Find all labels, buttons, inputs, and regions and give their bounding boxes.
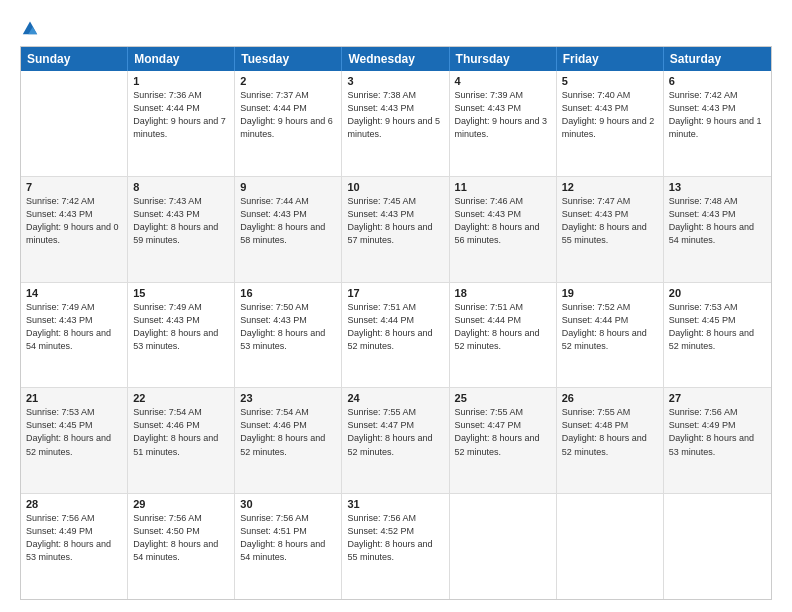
cell-info: Daylight: 8 hours and 54 minutes. xyxy=(669,221,766,247)
calendar-cell: 21Sunrise: 7:53 AMSunset: 4:45 PMDayligh… xyxy=(21,388,128,493)
cell-info: Sunrise: 7:56 AM xyxy=(240,512,336,525)
cell-info: Sunset: 4:43 PM xyxy=(26,208,122,221)
cell-info: Daylight: 8 hours and 53 minutes. xyxy=(669,432,766,458)
calendar-row-2: 7Sunrise: 7:42 AMSunset: 4:43 PMDaylight… xyxy=(21,177,771,283)
cell-info: Daylight: 8 hours and 52 minutes. xyxy=(562,432,658,458)
cell-info: Sunrise: 7:51 AM xyxy=(455,301,551,314)
cell-info: Sunrise: 7:49 AM xyxy=(133,301,229,314)
header-day-tuesday: Tuesday xyxy=(235,47,342,71)
day-number: 28 xyxy=(26,498,122,510)
cell-info: Sunrise: 7:37 AM xyxy=(240,89,336,102)
calendar-cell: 18Sunrise: 7:51 AMSunset: 4:44 PMDayligh… xyxy=(450,283,557,388)
day-number: 13 xyxy=(669,181,766,193)
cell-info: Daylight: 8 hours and 53 minutes. xyxy=(240,327,336,353)
cell-info: Sunrise: 7:49 AM xyxy=(26,301,122,314)
day-number: 4 xyxy=(455,75,551,87)
day-number: 31 xyxy=(347,498,443,510)
cell-info: Sunset: 4:43 PM xyxy=(562,208,658,221)
calendar-cell: 23Sunrise: 7:54 AMSunset: 4:46 PMDayligh… xyxy=(235,388,342,493)
day-number: 16 xyxy=(240,287,336,299)
cell-info: Sunrise: 7:52 AM xyxy=(562,301,658,314)
calendar-cell: 19Sunrise: 7:52 AMSunset: 4:44 PMDayligh… xyxy=(557,283,664,388)
day-number: 26 xyxy=(562,392,658,404)
calendar-cell: 12Sunrise: 7:47 AMSunset: 4:43 PMDayligh… xyxy=(557,177,664,282)
cell-info: Daylight: 9 hours and 7 minutes. xyxy=(133,115,229,141)
calendar-cell: 7Sunrise: 7:42 AMSunset: 4:43 PMDaylight… xyxy=(21,177,128,282)
calendar-cell: 16Sunrise: 7:50 AMSunset: 4:43 PMDayligh… xyxy=(235,283,342,388)
calendar-cell: 11Sunrise: 7:46 AMSunset: 4:43 PMDayligh… xyxy=(450,177,557,282)
calendar-cell: 14Sunrise: 7:49 AMSunset: 4:43 PMDayligh… xyxy=(21,283,128,388)
calendar-cell: 28Sunrise: 7:56 AMSunset: 4:49 PMDayligh… xyxy=(21,494,128,599)
cell-info: Daylight: 8 hours and 52 minutes. xyxy=(455,432,551,458)
cell-info: Sunset: 4:45 PM xyxy=(26,419,122,432)
day-number: 23 xyxy=(240,392,336,404)
calendar-cell: 29Sunrise: 7:56 AMSunset: 4:50 PMDayligh… xyxy=(128,494,235,599)
day-number: 29 xyxy=(133,498,229,510)
cell-info: Sunset: 4:47 PM xyxy=(347,419,443,432)
calendar-cell xyxy=(664,494,771,599)
day-number: 3 xyxy=(347,75,443,87)
calendar-cell: 9Sunrise: 7:44 AMSunset: 4:43 PMDaylight… xyxy=(235,177,342,282)
cell-info: Sunrise: 7:39 AM xyxy=(455,89,551,102)
cell-info: Daylight: 8 hours and 58 minutes. xyxy=(240,221,336,247)
calendar-cell: 10Sunrise: 7:45 AMSunset: 4:43 PMDayligh… xyxy=(342,177,449,282)
calendar-cell: 5Sunrise: 7:40 AMSunset: 4:43 PMDaylight… xyxy=(557,71,664,176)
header-day-wednesday: Wednesday xyxy=(342,47,449,71)
cell-info: Daylight: 9 hours and 5 minutes. xyxy=(347,115,443,141)
cell-info: Daylight: 8 hours and 53 minutes. xyxy=(133,327,229,353)
cell-info: Daylight: 8 hours and 56 minutes. xyxy=(455,221,551,247)
calendar-cell xyxy=(557,494,664,599)
calendar-cell: 31Sunrise: 7:56 AMSunset: 4:52 PMDayligh… xyxy=(342,494,449,599)
cell-info: Sunrise: 7:45 AM xyxy=(347,195,443,208)
cell-info: Sunset: 4:43 PM xyxy=(133,314,229,327)
day-number: 19 xyxy=(562,287,658,299)
cell-info: Sunset: 4:44 PM xyxy=(562,314,658,327)
calendar-cell: 1Sunrise: 7:36 AMSunset: 4:44 PMDaylight… xyxy=(128,71,235,176)
header-day-thursday: Thursday xyxy=(450,47,557,71)
cell-info: Daylight: 9 hours and 3 minutes. xyxy=(455,115,551,141)
cell-info: Sunset: 4:43 PM xyxy=(347,102,443,115)
day-number: 22 xyxy=(133,392,229,404)
logo-icon xyxy=(21,18,39,36)
cell-info: Sunrise: 7:53 AM xyxy=(26,406,122,419)
header-day-saturday: Saturday xyxy=(664,47,771,71)
cell-info: Daylight: 8 hours and 55 minutes. xyxy=(347,538,443,564)
header-day-friday: Friday xyxy=(557,47,664,71)
cell-info: Sunset: 4:43 PM xyxy=(347,208,443,221)
calendar-cell: 6Sunrise: 7:42 AMSunset: 4:43 PMDaylight… xyxy=(664,71,771,176)
cell-info: Sunrise: 7:56 AM xyxy=(669,406,766,419)
cell-info: Sunrise: 7:48 AM xyxy=(669,195,766,208)
cell-info: Sunrise: 7:46 AM xyxy=(455,195,551,208)
day-number: 11 xyxy=(455,181,551,193)
day-number: 2 xyxy=(240,75,336,87)
cell-info: Sunrise: 7:54 AM xyxy=(240,406,336,419)
cell-info: Sunrise: 7:43 AM xyxy=(133,195,229,208)
cell-info: Sunrise: 7:38 AM xyxy=(347,89,443,102)
calendar-cell: 4Sunrise: 7:39 AMSunset: 4:43 PMDaylight… xyxy=(450,71,557,176)
cell-info: Daylight: 9 hours and 1 minute. xyxy=(669,115,766,141)
calendar-cell: 2Sunrise: 7:37 AMSunset: 4:44 PMDaylight… xyxy=(235,71,342,176)
cell-info: Daylight: 9 hours and 6 minutes. xyxy=(240,115,336,141)
cell-info: Sunset: 4:44 PM xyxy=(133,102,229,115)
calendar-cell: 8Sunrise: 7:43 AMSunset: 4:43 PMDaylight… xyxy=(128,177,235,282)
day-number: 1 xyxy=(133,75,229,87)
day-number: 25 xyxy=(455,392,551,404)
cell-info: Sunset: 4:49 PM xyxy=(669,419,766,432)
calendar-row-1: 1Sunrise: 7:36 AMSunset: 4:44 PMDaylight… xyxy=(21,71,771,177)
day-number: 15 xyxy=(133,287,229,299)
calendar-cell: 27Sunrise: 7:56 AMSunset: 4:49 PMDayligh… xyxy=(664,388,771,493)
cell-info: Sunset: 4:46 PM xyxy=(240,419,336,432)
day-number: 17 xyxy=(347,287,443,299)
cell-info: Sunset: 4:47 PM xyxy=(455,419,551,432)
day-number: 9 xyxy=(240,181,336,193)
cell-info: Sunset: 4:49 PM xyxy=(26,525,122,538)
calendar-row-3: 14Sunrise: 7:49 AMSunset: 4:43 PMDayligh… xyxy=(21,283,771,389)
calendar-cell: 3Sunrise: 7:38 AMSunset: 4:43 PMDaylight… xyxy=(342,71,449,176)
cell-info: Sunrise: 7:42 AM xyxy=(26,195,122,208)
cell-info: Sunrise: 7:40 AM xyxy=(562,89,658,102)
calendar-cell: 22Sunrise: 7:54 AMSunset: 4:46 PMDayligh… xyxy=(128,388,235,493)
day-number: 27 xyxy=(669,392,766,404)
cell-info: Daylight: 8 hours and 52 minutes. xyxy=(669,327,766,353)
cell-info: Sunset: 4:43 PM xyxy=(26,314,122,327)
calendar-cell: 15Sunrise: 7:49 AMSunset: 4:43 PMDayligh… xyxy=(128,283,235,388)
